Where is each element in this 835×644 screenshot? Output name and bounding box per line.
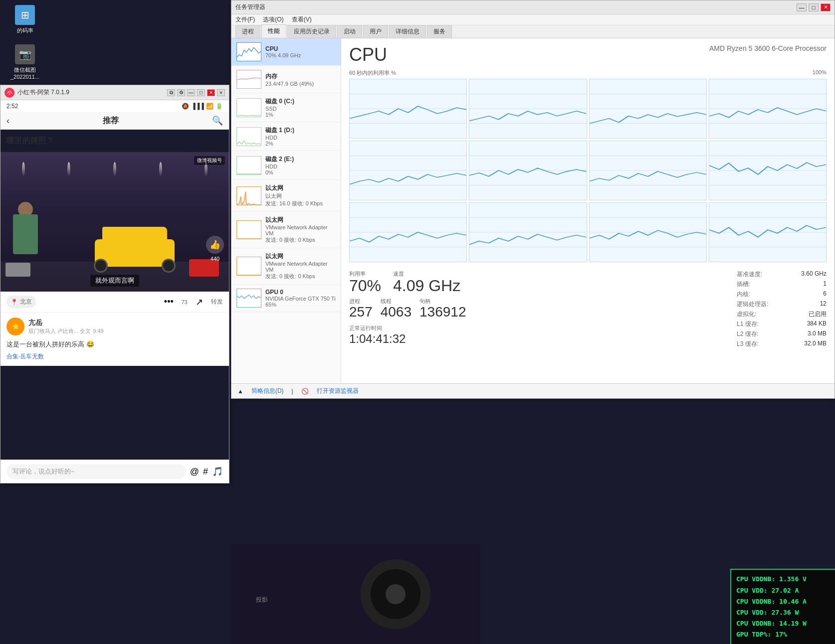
sidebar-item-cpu[interactable]: CPU 70% 4.09 GHz bbox=[231, 38, 341, 66]
app-window: 小 小红书-阿荣 7.0.1.9 ⧉ ⚙ — □ ✕ « 2:52 🔕 ▐▐▐ … bbox=[0, 85, 229, 483]
image-button[interactable]: 🎵 bbox=[212, 466, 223, 477]
tab-processes[interactable]: 进程 bbox=[235, 25, 260, 38]
comment-section: 🌟 亢岳 双门牧马人 卢比肯... 全文 9:49 这是一台被别人拼好的乐高 😂… bbox=[0, 313, 229, 366]
phone-nav-bar: ‹ 推荐 🔍 bbox=[0, 112, 229, 130]
handles-item: 句柄 136912 bbox=[419, 298, 466, 319]
gpu-sidebar-detail2: 65% bbox=[265, 302, 336, 308]
tm-body: CPU 70% 4.09 GHz 内存 23.4/47.9 GB (49%) bbox=[231, 38, 835, 383]
share-button[interactable]: ↗ bbox=[196, 297, 203, 308]
net2-sidebar-info: 以太网 VMware Network Adapter VM 发送: 0 接收: … bbox=[265, 216, 336, 244]
cpu-sidebar-name: CPU bbox=[265, 45, 336, 52]
location-tag[interactable]: 📍 北京 bbox=[6, 296, 36, 308]
back-button[interactable]: ‹ bbox=[6, 116, 9, 126]
window-maximize-btn[interactable]: □ bbox=[197, 89, 205, 96]
comment-input[interactable]: 写评论，说点好听的~ bbox=[6, 464, 186, 479]
virtualization-label: 虚拟化: bbox=[737, 310, 756, 319]
sidebar-item-disk0[interactable]: 磁盘 0 (C:) SSD 1% bbox=[231, 93, 341, 122]
cores-value: 6 bbox=[823, 290, 827, 299]
threads-value: 4063 bbox=[381, 305, 412, 319]
action-buttons: ••• 73 ↗ 转发 bbox=[164, 297, 223, 308]
sidebar-item-gpu[interactable]: GPU 0 NVIDIA GeForce GTX 750 Ti 65% bbox=[231, 285, 341, 312]
tm-menu-view[interactable]: 查看(V) bbox=[292, 15, 312, 24]
more-button[interactable]: ••• bbox=[164, 297, 174, 307]
tm-menubar: 文件(F) 选项(O) 查看(V) bbox=[231, 14, 835, 25]
tm-minimize-btn[interactable]: — bbox=[797, 3, 807, 11]
tab-details[interactable]: 详细信息 bbox=[389, 25, 426, 38]
at-button[interactable]: # bbox=[203, 467, 208, 477]
desktop-icon-qrcode[interactable]: ⊞ 的码率 bbox=[5, 5, 45, 34]
tab-startup[interactable]: 启动 bbox=[337, 25, 362, 38]
video-area[interactable]: 微博视频号 就外观而言啊 👍 440 bbox=[0, 152, 229, 292]
cpu-core-11 bbox=[709, 202, 827, 262]
overlay-vddnb-v: CPU VDDNB: 1.356 V bbox=[736, 574, 830, 585]
sidebar-item-net3[interactable]: 以太网 VMware Network Adapter VM 发送: 0 接收: … bbox=[231, 248, 341, 285]
phone-status-bar: 2:52 🔕 ▐▐▐ 📶 🔋 bbox=[0, 100, 229, 112]
app-title-controls: ⧉ ⚙ — □ ✕ « bbox=[167, 89, 225, 96]
base-speed-value: 3.60 GHz bbox=[801, 270, 827, 279]
net3-mini-graph bbox=[236, 257, 261, 276]
tm-main-panel: CPU AMD Ryzen 5 3600 6-Core Processor 60… bbox=[341, 38, 835, 383]
like-count: 440 bbox=[210, 256, 219, 262]
logical-row: 逻辑处理器: 12 bbox=[737, 300, 827, 309]
gpu-mini-graph bbox=[236, 289, 261, 308]
utilization-speed-row: 利用率 70% 速度 4.09 GHz bbox=[349, 270, 717, 294]
sidebar-item-net2[interactable]: 以太网 VMware Network Adapter VM 发送: 0 接收: … bbox=[231, 212, 341, 248]
tm-menu-options[interactable]: 选项(O) bbox=[263, 15, 283, 24]
disk1-mini-graph bbox=[236, 127, 261, 146]
tm-close-btn[interactable]: ✕ bbox=[821, 3, 831, 11]
user-avatar: 🌟 bbox=[6, 318, 24, 335]
phone-frame: 2:52 🔕 ▐▐▐ 📶 🔋 ‹ 推荐 🔍 哪里的牌照？ bbox=[0, 100, 229, 483]
sidebar-item-disk2[interactable]: 磁盘 2 (E:) HDD 0% bbox=[231, 151, 341, 180]
overlay-vdd-a: CPU VDD: 27.02 A bbox=[736, 585, 830, 596]
emoji-button[interactable]: @ bbox=[190, 467, 199, 477]
sidebar-item-memory[interactable]: 内存 23.4/47.9 GB (49%) bbox=[231, 66, 341, 93]
notification-icon: 🔕 bbox=[182, 103, 189, 110]
video-likes-area: 👍 440 bbox=[206, 236, 224, 262]
sidebar-item-disk1[interactable]: 磁盘 1 (D:) HDD 2% bbox=[231, 122, 341, 151]
cpu-core-0 bbox=[349, 79, 467, 139]
mem-sidebar-detail: 23.4/47.9 GB (49%) bbox=[265, 81, 336, 87]
tm-sidebar: CPU 70% 4.09 GHz 内存 23.4/47.9 GB (49%) bbox=[231, 38, 341, 383]
app-logo-icon: 小 bbox=[4, 88, 14, 98]
net1-sidebar-detail2: 发送: 16.0 接收: 0 Kbps bbox=[265, 200, 336, 207]
cpu-core-2 bbox=[589, 79, 707, 139]
app-title-left: 小 小红书-阿荣 7.0.1.9 bbox=[4, 88, 69, 98]
tag-link[interactable]: 合集·岳车无数 bbox=[6, 353, 44, 360]
proc-thread-handle-row: 进程 257 线程 4063 句柄 136912 bbox=[349, 298, 717, 319]
tm-window-controls: — □ ✕ bbox=[797, 3, 831, 11]
sidebar-item-net1[interactable]: 以太网 以太网 发送: 16.0 接收: 0 Kbps bbox=[231, 180, 341, 212]
l1-label: L1 缓存: bbox=[737, 320, 759, 328]
video-subtitle: 就外观而言啊 bbox=[90, 275, 139, 287]
tm-menu-file[interactable]: 文件(F) bbox=[235, 15, 255, 24]
cpu-voltage-overlay: CPU VDDNB: 1.356 V CPU VDD: 27.02 A CPU … bbox=[730, 569, 835, 644]
logical-value: 12 bbox=[820, 300, 827, 309]
window-pin-btn[interactable]: « bbox=[217, 89, 225, 96]
window-restore-btn[interactable]: ⧉ bbox=[167, 89, 175, 96]
threads-item: 线程 4063 bbox=[381, 298, 412, 319]
tm-maximize-btn[interactable]: □ bbox=[809, 3, 819, 11]
cpu-stats-right: 基准速度: 3.60 GHz 插槽: 1 内核: 6 逻辑处理器: bbox=[737, 270, 827, 348]
tab-app-history[interactable]: 应用历史记录 bbox=[287, 25, 336, 38]
tab-services[interactable]: 服务 bbox=[427, 25, 452, 38]
tm-footer: ▲ 简略信息(D) | 🚫 打开资源监视器 bbox=[231, 383, 835, 398]
video-duration: 9:49 bbox=[93, 328, 103, 334]
tab-performance[interactable]: 性能 bbox=[261, 24, 286, 38]
search-button[interactable]: 🔍 bbox=[212, 115, 223, 126]
like-button[interactable]: 👍 bbox=[206, 236, 224, 254]
car-scene: 微博视频号 就外观而言啊 👍 440 bbox=[0, 152, 229, 292]
net1-mini-graph bbox=[236, 186, 261, 205]
window-minimize-btn[interactable]: — bbox=[187, 89, 195, 96]
video-watermark: 微博视频号 bbox=[194, 156, 225, 165]
cpu-sidebar-info: CPU 70% 4.09 GHz bbox=[265, 45, 336, 58]
disk0-sidebar-name: 磁盘 0 (C:) bbox=[265, 97, 336, 106]
post-tags: 合集·岳车无数 bbox=[6, 352, 223, 361]
window-close-btn[interactable]: ✕ bbox=[207, 89, 215, 96]
window-settings-btn[interactable]: ⚙ bbox=[177, 89, 185, 96]
desktop-icon-screenshot[interactable]: 📷 微信截图_2022011... bbox=[5, 44, 45, 80]
overlay-vdd-w: CPU VDD: 27.36 W bbox=[736, 607, 830, 618]
tab-users[interactable]: 用户 bbox=[363, 25, 388, 38]
net2-mini-graph bbox=[236, 220, 261, 239]
cpu-core-6 bbox=[589, 141, 707, 200]
footer-monitor-link[interactable]: 打开资源监视器 bbox=[317, 387, 359, 395]
footer-summary-link[interactable]: 简略信息(D) bbox=[251, 387, 284, 395]
